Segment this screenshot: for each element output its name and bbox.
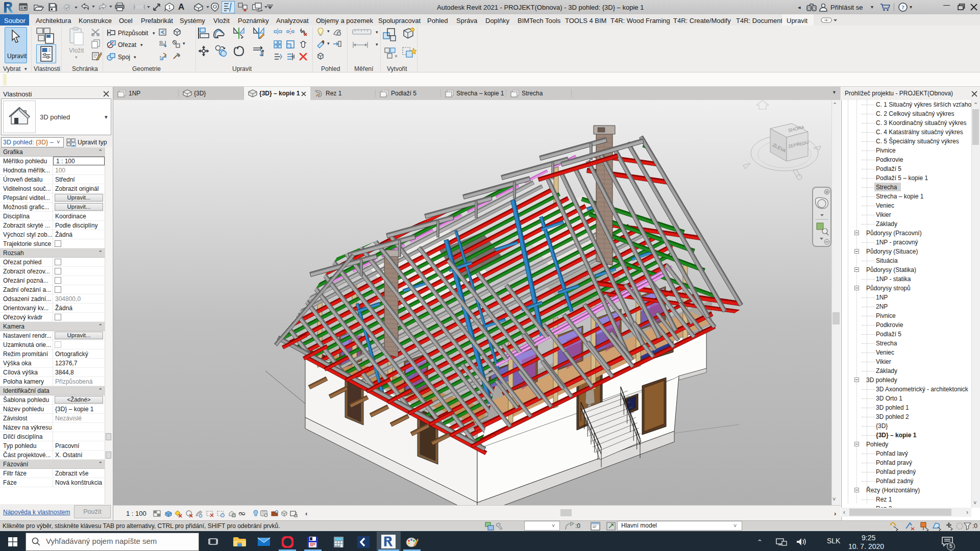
svg-text:1: 1 bbox=[168, 5, 171, 10]
svg-text:?: ? bbox=[901, 4, 904, 10]
